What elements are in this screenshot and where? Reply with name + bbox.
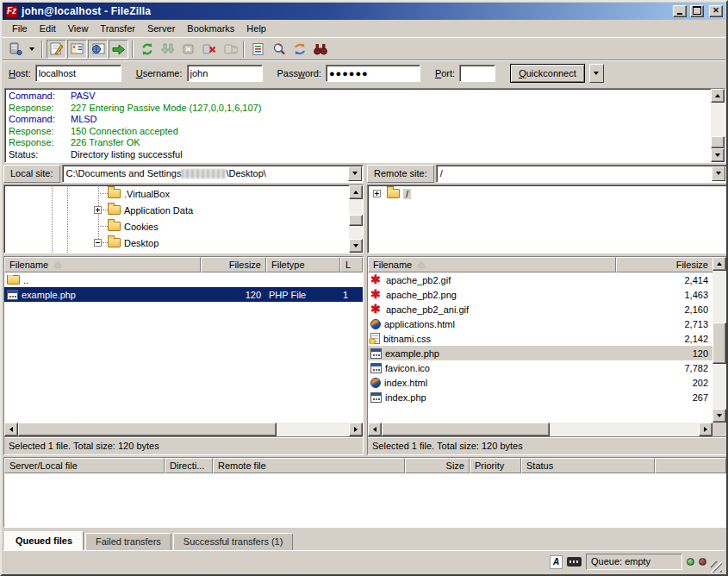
column-header-filesize[interactable]: Filesize bbox=[201, 257, 266, 272]
tree-collapse-icon[interactable] bbox=[94, 239, 102, 247]
toggle-local-tree-button[interactable] bbox=[67, 40, 87, 59]
tree-item-application-data[interactable]: Application Data bbox=[4, 202, 349, 218]
sort-ascending-icon bbox=[54, 262, 61, 267]
scrollbar-thumb[interactable] bbox=[712, 322, 726, 364]
filezilla-app-icon bbox=[5, 5, 18, 18]
column-header-priority[interactable]: Priority bbox=[470, 458, 521, 473]
local-site-combo[interactable]: C:\Documents and Settings\Desktop\ bbox=[62, 165, 364, 183]
log-vertical-scrollbar[interactable] bbox=[711, 89, 725, 162]
file-row[interactable]: apache_pb2.png 1,463 bbox=[368, 287, 712, 302]
directory-comparison-button[interactable] bbox=[269, 40, 289, 59]
menu-server[interactable]: Server bbox=[141, 22, 181, 35]
quickconnect-dropdown[interactable] bbox=[589, 64, 604, 83]
remote-vertical-scrollbar[interactable] bbox=[712, 257, 726, 423]
tree-item-root[interactable]: / bbox=[368, 185, 726, 202]
file-row-parent-dir[interactable]: .. bbox=[4, 272, 363, 287]
file-row[interactable]: bitnami.css 2,142 bbox=[368, 331, 712, 346]
scroll-right-button[interactable] bbox=[699, 423, 712, 436]
host-input[interactable] bbox=[35, 65, 121, 82]
column-header-server-local-file[interactable]: Server/Local file bbox=[4, 458, 165, 473]
scrollbar-thumb[interactable] bbox=[711, 136, 725, 148]
scroll-down-button[interactable] bbox=[349, 239, 363, 253]
reconnect-button[interactable] bbox=[220, 40, 240, 59]
resize-grip[interactable] bbox=[711, 561, 722, 573]
remote-pane: Remote site: / / Filename Filesize apa bbox=[367, 165, 727, 455]
toggle-transfer-queue-button[interactable] bbox=[109, 40, 128, 59]
menu-bookmarks[interactable]: Bookmarks bbox=[181, 22, 240, 35]
tab-queued-files[interactable]: Queued files bbox=[4, 531, 84, 550]
close-button[interactable] bbox=[709, 5, 723, 17]
process-queue-button[interactable] bbox=[158, 40, 177, 59]
column-header-last-modified[interactable]: L bbox=[340, 257, 363, 272]
toggle-message-log-button[interactable] bbox=[47, 40, 66, 59]
quickconnect-button[interactable]: Quickconnect bbox=[510, 64, 585, 83]
title-bar[interactable]: john@localhost - FileZilla bbox=[3, 3, 725, 20]
remote-horizontal-scrollbar[interactable] bbox=[368, 423, 712, 436]
message-log: Command:PASV Response:227 Entering Passi… bbox=[4, 88, 725, 163]
scroll-up-button[interactable] bbox=[711, 89, 725, 103]
menu-help[interactable]: Help bbox=[240, 22, 272, 35]
file-row[interactable]: apache_pb2_ani.gif 2,160 bbox=[368, 302, 712, 316]
column-header-direction[interactable]: Directi... bbox=[165, 458, 213, 473]
username-input[interactable] bbox=[187, 65, 263, 82]
column-header-status[interactable]: Status bbox=[521, 458, 655, 473]
column-header-remote-file[interactable]: Remote file bbox=[213, 458, 405, 473]
queue-body[interactable] bbox=[4, 473, 726, 527]
menu-transfer[interactable]: Transfer bbox=[94, 22, 141, 35]
tree-item-desktop[interactable]: Desktop bbox=[4, 235, 349, 251]
port-input[interactable] bbox=[459, 65, 495, 82]
redacted-username bbox=[181, 169, 226, 178]
column-header-filesize[interactable]: Filesize bbox=[616, 257, 713, 272]
cancel-operation-button[interactable] bbox=[178, 40, 198, 59]
tree-item-cookies[interactable]: Cookies bbox=[4, 218, 349, 235]
tree-item-virtualbox[interactable]: .VirtualBox bbox=[4, 185, 349, 202]
file-row-example-php[interactable]: example.php 120 PHP File 1 bbox=[4, 287, 363, 302]
local-site-combo-arrow[interactable] bbox=[348, 166, 362, 181]
toggle-remote-tree-button[interactable] bbox=[88, 40, 108, 59]
menu-view[interactable]: View bbox=[62, 22, 95, 35]
password-input[interactable] bbox=[326, 65, 420, 82]
scroll-down-button[interactable] bbox=[711, 148, 725, 162]
file-row-example-php[interactable]: example.php 120 bbox=[368, 346, 712, 360]
tab-successful-transfers[interactable]: Successful transfers (1) bbox=[173, 533, 294, 550]
scrollbar-thumb[interactable] bbox=[349, 215, 363, 226]
file-row[interactable]: applications.html 2,713 bbox=[368, 316, 712, 331]
transfer-type-ascii-icon[interactable] bbox=[550, 555, 563, 569]
tree-expand-icon[interactable] bbox=[373, 190, 381, 197]
remote-site-combo-arrow[interactable] bbox=[712, 166, 725, 181]
file-row[interactable]: index.php 267 bbox=[368, 390, 712, 404]
column-header-filename[interactable]: Filename bbox=[368, 257, 616, 272]
maximize-button[interactable] bbox=[690, 5, 704, 17]
scrollbar-thumb[interactable] bbox=[18, 423, 277, 436]
scroll-left-button[interactable] bbox=[368, 423, 382, 436]
find-files-button[interactable] bbox=[310, 40, 330, 59]
scroll-right-button[interactable] bbox=[349, 423, 363, 436]
site-manager-dropdown[interactable] bbox=[26, 40, 38, 59]
site-manager-button[interactable] bbox=[5, 40, 25, 59]
scroll-down-button[interactable] bbox=[712, 409, 726, 423]
file-row[interactable]: index.html 202 bbox=[368, 375, 712, 390]
scroll-up-button[interactable] bbox=[712, 257, 726, 271]
column-header-filename[interactable]: Filename bbox=[4, 257, 201, 272]
scrollbar-thumb[interactable] bbox=[382, 423, 550, 436]
scroll-up-button[interactable] bbox=[349, 185, 363, 199]
directory-listing-filters-button[interactable] bbox=[248, 40, 268, 59]
local-horizontal-scrollbar[interactable] bbox=[4, 423, 363, 436]
column-header-filetype[interactable]: Filetype bbox=[266, 257, 340, 272]
refresh-button[interactable] bbox=[137, 40, 157, 59]
local-tree-vertical-scrollbar[interactable] bbox=[349, 185, 363, 253]
file-row[interactable]: favicon.ico 7,782 bbox=[368, 360, 712, 375]
menu-file[interactable]: File bbox=[6, 22, 34, 35]
tree-expand-icon[interactable] bbox=[94, 206, 102, 214]
disconnect-button[interactable] bbox=[199, 40, 219, 59]
minimize-button[interactable] bbox=[673, 5, 687, 17]
tab-failed-transfers[interactable]: Failed transfers bbox=[85, 533, 171, 550]
scroll-left-button[interactable] bbox=[4, 423, 18, 436]
synchronized-browsing-button[interactable] bbox=[289, 40, 309, 59]
html-file-icon bbox=[370, 319, 381, 329]
file-row[interactable]: apache_pb2.gif 2,414 bbox=[368, 272, 712, 287]
column-header-size[interactable]: Size bbox=[405, 458, 470, 473]
speed-limit-indicator-icon[interactable] bbox=[567, 557, 582, 567]
menu-edit[interactable]: Edit bbox=[34, 22, 62, 35]
remote-site-combo[interactable]: / bbox=[436, 165, 727, 183]
